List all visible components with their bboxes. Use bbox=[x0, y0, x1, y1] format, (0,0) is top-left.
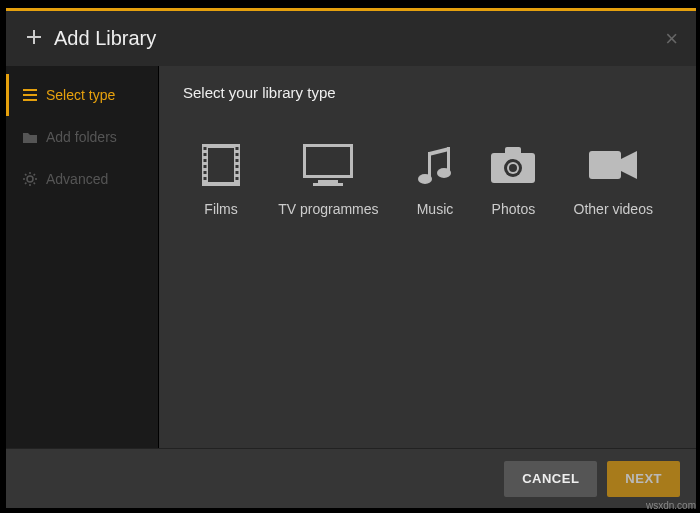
sidebar-item-advanced[interactable]: Advanced bbox=[6, 158, 158, 200]
svg-rect-10 bbox=[204, 177, 207, 180]
next-button[interactable]: NEXT bbox=[607, 461, 680, 497]
svg-rect-4 bbox=[208, 182, 234, 186]
svg-rect-2 bbox=[208, 144, 234, 186]
svg-rect-12 bbox=[236, 153, 239, 156]
svg-point-0 bbox=[27, 176, 33, 182]
type-label: TV programmes bbox=[278, 201, 378, 217]
main-heading: Select your library type bbox=[183, 84, 672, 101]
sidebar-item-label: Select type bbox=[46, 87, 115, 103]
sidebar-item-label: Add folders bbox=[46, 129, 117, 145]
type-label: Photos bbox=[492, 201, 536, 217]
sidebar-item-add-folders[interactable]: Add folders bbox=[6, 116, 158, 158]
type-option-music[interactable]: Music bbox=[411, 141, 460, 217]
svg-rect-5 bbox=[204, 147, 207, 150]
svg-point-23 bbox=[418, 174, 432, 184]
watermark: wsxdn.com bbox=[646, 500, 696, 511]
svg-rect-14 bbox=[236, 165, 239, 168]
list-icon bbox=[22, 89, 38, 101]
film-icon bbox=[202, 141, 240, 189]
svg-rect-16 bbox=[236, 177, 239, 180]
type-label: Music bbox=[417, 201, 454, 217]
svg-rect-15 bbox=[236, 171, 239, 174]
modal-title: Add Library bbox=[54, 27, 156, 50]
type-option-films[interactable]: Films bbox=[196, 141, 246, 217]
close-icon[interactable]: × bbox=[665, 26, 678, 52]
svg-rect-7 bbox=[204, 159, 207, 162]
music-icon bbox=[417, 141, 453, 189]
sidebar-item-select-type[interactable]: Select type bbox=[6, 74, 158, 116]
svg-rect-6 bbox=[204, 153, 207, 156]
svg-rect-26 bbox=[505, 147, 521, 155]
sidebar-item-label: Advanced bbox=[46, 171, 108, 187]
folder-icon bbox=[22, 131, 38, 143]
svg-rect-30 bbox=[589, 151, 621, 179]
type-option-photos[interactable]: Photos bbox=[485, 141, 541, 217]
modal-header: Add Library × bbox=[6, 8, 696, 66]
svg-point-24 bbox=[437, 168, 451, 178]
type-label: Films bbox=[204, 201, 237, 217]
svg-rect-9 bbox=[204, 171, 207, 174]
sidebar: Select type Add folders Advanced bbox=[6, 66, 159, 448]
library-type-grid: Films TV programmes bbox=[183, 141, 672, 217]
modal-body: Select type Add folders Advanced Select … bbox=[6, 66, 696, 448]
svg-rect-20 bbox=[313, 183, 343, 186]
plus-icon bbox=[26, 29, 42, 49]
svg-rect-13 bbox=[236, 159, 239, 162]
svg-rect-19 bbox=[318, 180, 338, 183]
svg-point-29 bbox=[509, 164, 517, 172]
tv-icon bbox=[303, 141, 353, 189]
type-option-other-videos[interactable]: Other videos bbox=[568, 141, 659, 217]
add-library-modal: Add Library × Select type Add folders bbox=[6, 8, 696, 448]
type-label: Other videos bbox=[574, 201, 653, 217]
svg-rect-18 bbox=[306, 147, 350, 175]
modal-footer: CANCEL NEXT bbox=[6, 448, 696, 508]
camera-icon bbox=[491, 141, 535, 189]
main-panel: Select your library type Films bbox=[159, 66, 696, 448]
svg-rect-22 bbox=[447, 147, 450, 172]
svg-rect-21 bbox=[428, 152, 431, 178]
svg-rect-3 bbox=[208, 144, 234, 148]
video-icon bbox=[589, 141, 637, 189]
svg-rect-11 bbox=[236, 147, 239, 150]
type-option-tv[interactable]: TV programmes bbox=[272, 141, 384, 217]
gear-icon bbox=[22, 172, 38, 186]
cancel-button[interactable]: CANCEL bbox=[504, 461, 597, 497]
svg-rect-8 bbox=[204, 165, 207, 168]
